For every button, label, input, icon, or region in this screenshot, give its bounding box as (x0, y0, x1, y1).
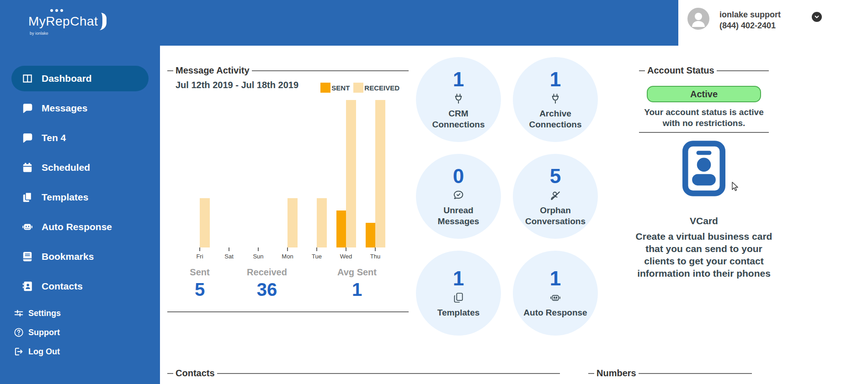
sidebar-item-messages[interactable]: Messages (11, 95, 149, 121)
chat-check-icon (452, 189, 465, 202)
metric-label: Orphan Conversations (519, 205, 592, 227)
copy-icon (453, 291, 464, 305)
metric-label: Unread Messages (422, 205, 495, 227)
metric-archive-connections[interactable]: 1 Archive Connections (513, 57, 598, 142)
vcard-card[interactable]: VCard Create a virtual business card tha… (633, 141, 775, 279)
stat-value: 36 (247, 279, 287, 300)
metric-value: 1 (453, 268, 464, 289)
brand-tagline: by ionlake (30, 31, 107, 36)
sidebar-item-ten4[interactable]: Ten 4 (11, 125, 149, 151)
vcard-badge-icon (633, 141, 775, 196)
message-activity-chart: FriSatSunMonTueWedThu (185, 100, 390, 264)
robot-icon (21, 221, 33, 233)
mouse-cursor-icon (731, 182, 740, 194)
avatar (687, 8, 709, 30)
received-bar (288, 198, 298, 247)
sidebar-item-dashboard[interactable]: Dashboard (11, 66, 149, 91)
metric-orphan-conversations[interactable]: 5 Orphan Conversations (513, 154, 598, 239)
book-icon (21, 251, 33, 263)
pages-icon (21, 191, 33, 203)
metric-label: Archive Connections (519, 108, 592, 130)
metric-templates[interactable]: 1 Templates (416, 251, 501, 336)
sidebar-item-label: Settings (28, 309, 61, 318)
metric-value: 1 (453, 69, 464, 90)
sidebar-item-label: Support (28, 328, 60, 337)
section-title: Numbers (594, 368, 639, 379)
sidebar-item-label: Dashboard (42, 73, 92, 84)
user-account-area: ionlake support (844) 402-2401 (678, 0, 868, 46)
brand-name: MyRepChat (28, 14, 98, 29)
sidebar-item-label: Scheduled (42, 162, 90, 173)
axis-tick (375, 247, 376, 251)
sidebar-item-logout[interactable]: Log Out (0, 342, 160, 361)
account-status-description: Your account status is active with no re… (639, 107, 769, 129)
myrepchat-dashboard: MyRepChat by ionlake ionlake support (84… (0, 0, 868, 384)
received-bar (375, 100, 385, 247)
stat-avg-sent: Avg Sent 1 (337, 267, 377, 300)
sidebar-item-label: Bookmarks (42, 251, 94, 262)
axis-tick (229, 247, 229, 251)
sidebar-item-label: Ten 4 (42, 132, 66, 143)
address-book-icon (21, 280, 33, 292)
metric-value: 1 (550, 69, 561, 90)
chat-icon (21, 102, 33, 114)
metric-label: Auto Response (523, 307, 587, 318)
received-bar (200, 198, 210, 247)
robot-icon (549, 291, 562, 305)
account-status-section: Account Status Active Your account statu… (639, 65, 769, 133)
sidebar-item-scheduled[interactable]: Scheduled (11, 155, 149, 180)
help-icon (14, 327, 24, 337)
message-activity-header: Message Activity (167, 65, 409, 76)
message-activity-section: Message Activity Jul 12th 2019 - Jul 18t… (167, 65, 409, 312)
received-bar (346, 100, 356, 247)
metric-value: 0 (453, 166, 464, 187)
metric-label: Templates (437, 307, 480, 318)
x-axis-label: Sat (224, 253, 234, 260)
plug-icon (452, 92, 465, 105)
metric-crm-connections[interactable]: 1 CRM Connections (416, 57, 501, 142)
sidebar-item-support[interactable]: Support (0, 323, 160, 342)
x-axis-label: Fri (196, 253, 203, 260)
chart-bar-group: Tue (302, 100, 331, 264)
received-bar (317, 198, 327, 247)
account-status-header: Account Status (639, 65, 769, 76)
sidebar: Dashboard Messages Ten 4 Sc (0, 46, 160, 384)
metric-auto-response[interactable]: 1 Auto Response (513, 251, 598, 336)
sidebar-item-label: Templates (42, 192, 88, 203)
sidebar-item-settings[interactable]: Settings (0, 304, 160, 323)
chart-bar-group: Sun (244, 100, 273, 264)
chart-bar-group: Mon (273, 100, 302, 264)
metric-value: 1 (550, 268, 561, 289)
axis-tick (287, 247, 288, 251)
sidebar-item-contacts[interactable]: Contacts (11, 274, 149, 299)
calendar-icon (21, 162, 33, 174)
metric-unread-messages[interactable]: 0 Unread Messages (416, 154, 501, 239)
numbers-section: Numbers (588, 368, 752, 379)
section-title: Contacts (173, 368, 217, 379)
section-title: Message Activity (173, 65, 252, 76)
brand-logo: MyRepChat by ionlake (28, 7, 107, 36)
sidebar-item-bookmarks[interactable]: Bookmarks (11, 244, 149, 269)
x-axis-label: Mon (282, 253, 293, 260)
account-status-badge[interactable]: Active (647, 86, 761, 102)
axis-tick (346, 247, 346, 251)
x-axis-label: Sun (253, 253, 263, 260)
sidebar-item-auto-response[interactable]: Auto Response (11, 214, 149, 240)
dashboard-icon (21, 73, 33, 84)
person-icon (687, 8, 709, 30)
sliders-icon (14, 308, 24, 318)
sidebar-footer: Settings Support (0, 304, 160, 361)
sent-swatch-icon (320, 83, 330, 93)
axis-tick (258, 247, 259, 251)
stat-label: Received (247, 267, 287, 278)
chart-legend: SENT RECEIVED (320, 83, 403, 93)
x-axis-label: Thu (370, 253, 380, 260)
sidebar-item-templates[interactable]: Templates (11, 184, 149, 210)
user-menu-button[interactable] (812, 12, 822, 22)
vcard-description: Create a virtual business card that you … (633, 230, 775, 279)
chart-bar-group: Thu (361, 100, 390, 264)
chart-bar-group: Wed (331, 100, 361, 264)
stat-sent: Sent 5 (190, 267, 209, 300)
section-title: Account Status (645, 65, 717, 76)
stat-label: Avg Sent (337, 267, 377, 278)
